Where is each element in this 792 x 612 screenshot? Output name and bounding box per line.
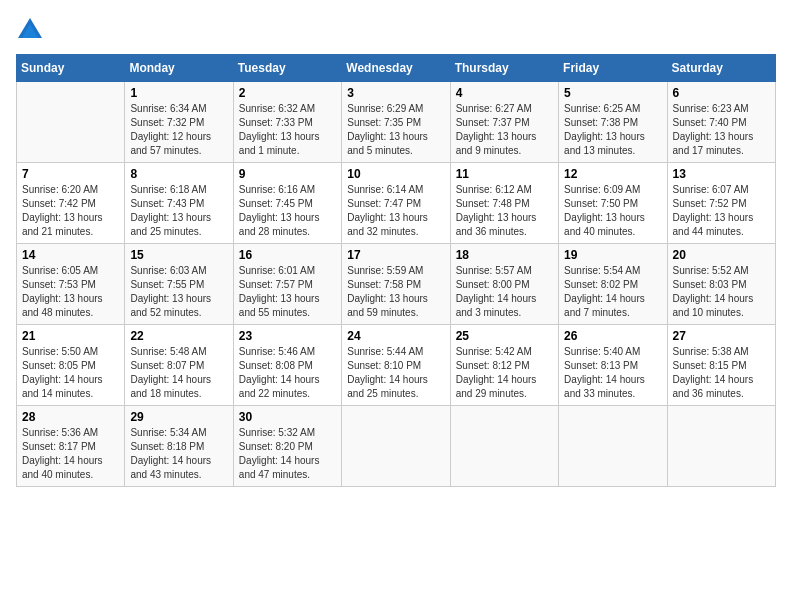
day-info: Sunrise: 5:52 AMSunset: 8:03 PMDaylight:…: [673, 264, 770, 320]
day-number: 8: [130, 167, 227, 181]
day-number: 14: [22, 248, 119, 262]
day-number: 15: [130, 248, 227, 262]
calendar-cell: 16Sunrise: 6:01 AMSunset: 7:57 PMDayligh…: [233, 244, 341, 325]
day-of-week-header: Tuesday: [233, 55, 341, 82]
day-number: 26: [564, 329, 661, 343]
day-number: 7: [22, 167, 119, 181]
day-number: 4: [456, 86, 553, 100]
day-number: 1: [130, 86, 227, 100]
calendar-cell: [450, 406, 558, 487]
day-info: Sunrise: 6:03 AMSunset: 7:55 PMDaylight:…: [130, 264, 227, 320]
day-number: 3: [347, 86, 444, 100]
day-of-week-header: Friday: [559, 55, 667, 82]
calendar-cell: 11Sunrise: 6:12 AMSunset: 7:48 PMDayligh…: [450, 163, 558, 244]
calendar-cell: 20Sunrise: 5:52 AMSunset: 8:03 PMDayligh…: [667, 244, 775, 325]
day-info: Sunrise: 5:59 AMSunset: 7:58 PMDaylight:…: [347, 264, 444, 320]
day-number: 23: [239, 329, 336, 343]
page-header: [16, 16, 776, 44]
day-info: Sunrise: 5:48 AMSunset: 8:07 PMDaylight:…: [130, 345, 227, 401]
calendar-cell: 10Sunrise: 6:14 AMSunset: 7:47 PMDayligh…: [342, 163, 450, 244]
calendar-cell: 14Sunrise: 6:05 AMSunset: 7:53 PMDayligh…: [17, 244, 125, 325]
calendar-cell: 29Sunrise: 5:34 AMSunset: 8:18 PMDayligh…: [125, 406, 233, 487]
calendar-cell: 27Sunrise: 5:38 AMSunset: 8:15 PMDayligh…: [667, 325, 775, 406]
calendar-cell: 19Sunrise: 5:54 AMSunset: 8:02 PMDayligh…: [559, 244, 667, 325]
day-info: Sunrise: 5:46 AMSunset: 8:08 PMDaylight:…: [239, 345, 336, 401]
day-info: Sunrise: 6:23 AMSunset: 7:40 PMDaylight:…: [673, 102, 770, 158]
day-info: Sunrise: 6:16 AMSunset: 7:45 PMDaylight:…: [239, 183, 336, 239]
calendar-cell: 4Sunrise: 6:27 AMSunset: 7:37 PMDaylight…: [450, 82, 558, 163]
day-of-week-header: Thursday: [450, 55, 558, 82]
day-number: 17: [347, 248, 444, 262]
day-number: 6: [673, 86, 770, 100]
calendar-cell: 9Sunrise: 6:16 AMSunset: 7:45 PMDaylight…: [233, 163, 341, 244]
day-info: Sunrise: 5:36 AMSunset: 8:17 PMDaylight:…: [22, 426, 119, 482]
day-number: 10: [347, 167, 444, 181]
calendar-cell: 26Sunrise: 5:40 AMSunset: 8:13 PMDayligh…: [559, 325, 667, 406]
day-number: 27: [673, 329, 770, 343]
day-of-week-header: Saturday: [667, 55, 775, 82]
day-of-week-header: Sunday: [17, 55, 125, 82]
day-info: Sunrise: 5:54 AMSunset: 8:02 PMDaylight:…: [564, 264, 661, 320]
day-number: 16: [239, 248, 336, 262]
calendar-cell: 2Sunrise: 6:32 AMSunset: 7:33 PMDaylight…: [233, 82, 341, 163]
day-info: Sunrise: 6:27 AMSunset: 7:37 PMDaylight:…: [456, 102, 553, 158]
logo-icon: [16, 16, 44, 44]
day-of-week-header: Wednesday: [342, 55, 450, 82]
day-info: Sunrise: 5:40 AMSunset: 8:13 PMDaylight:…: [564, 345, 661, 401]
calendar-week-row: 7Sunrise: 6:20 AMSunset: 7:42 PMDaylight…: [17, 163, 776, 244]
day-number: 13: [673, 167, 770, 181]
calendar-cell: 7Sunrise: 6:20 AMSunset: 7:42 PMDaylight…: [17, 163, 125, 244]
day-info: Sunrise: 6:34 AMSunset: 7:32 PMDaylight:…: [130, 102, 227, 158]
calendar-cell: [17, 82, 125, 163]
calendar-cell: 5Sunrise: 6:25 AMSunset: 7:38 PMDaylight…: [559, 82, 667, 163]
calendar-cell: 3Sunrise: 6:29 AMSunset: 7:35 PMDaylight…: [342, 82, 450, 163]
day-info: Sunrise: 6:01 AMSunset: 7:57 PMDaylight:…: [239, 264, 336, 320]
calendar-week-row: 1Sunrise: 6:34 AMSunset: 7:32 PMDaylight…: [17, 82, 776, 163]
calendar-cell: 24Sunrise: 5:44 AMSunset: 8:10 PMDayligh…: [342, 325, 450, 406]
day-of-week-header: Monday: [125, 55, 233, 82]
day-info: Sunrise: 6:09 AMSunset: 7:50 PMDaylight:…: [564, 183, 661, 239]
day-info: Sunrise: 5:42 AMSunset: 8:12 PMDaylight:…: [456, 345, 553, 401]
calendar-cell: 18Sunrise: 5:57 AMSunset: 8:00 PMDayligh…: [450, 244, 558, 325]
calendar-cell: 21Sunrise: 5:50 AMSunset: 8:05 PMDayligh…: [17, 325, 125, 406]
day-info: Sunrise: 6:20 AMSunset: 7:42 PMDaylight:…: [22, 183, 119, 239]
day-number: 21: [22, 329, 119, 343]
day-number: 9: [239, 167, 336, 181]
day-number: 20: [673, 248, 770, 262]
day-info: Sunrise: 6:12 AMSunset: 7:48 PMDaylight:…: [456, 183, 553, 239]
day-info: Sunrise: 5:34 AMSunset: 8:18 PMDaylight:…: [130, 426, 227, 482]
day-number: 24: [347, 329, 444, 343]
day-number: 29: [130, 410, 227, 424]
calendar-cell: [667, 406, 775, 487]
calendar-cell: 25Sunrise: 5:42 AMSunset: 8:12 PMDayligh…: [450, 325, 558, 406]
day-number: 19: [564, 248, 661, 262]
day-number: 22: [130, 329, 227, 343]
day-info: Sunrise: 6:14 AMSunset: 7:47 PMDaylight:…: [347, 183, 444, 239]
day-info: Sunrise: 5:32 AMSunset: 8:20 PMDaylight:…: [239, 426, 336, 482]
day-number: 18: [456, 248, 553, 262]
day-number: 30: [239, 410, 336, 424]
day-info: Sunrise: 5:38 AMSunset: 8:15 PMDaylight:…: [673, 345, 770, 401]
calendar-week-row: 14Sunrise: 6:05 AMSunset: 7:53 PMDayligh…: [17, 244, 776, 325]
day-number: 28: [22, 410, 119, 424]
day-number: 12: [564, 167, 661, 181]
day-info: Sunrise: 6:05 AMSunset: 7:53 PMDaylight:…: [22, 264, 119, 320]
calendar-week-row: 21Sunrise: 5:50 AMSunset: 8:05 PMDayligh…: [17, 325, 776, 406]
calendar-cell: 30Sunrise: 5:32 AMSunset: 8:20 PMDayligh…: [233, 406, 341, 487]
calendar-cell: 23Sunrise: 5:46 AMSunset: 8:08 PMDayligh…: [233, 325, 341, 406]
day-info: Sunrise: 6:29 AMSunset: 7:35 PMDaylight:…: [347, 102, 444, 158]
calendar-cell: [559, 406, 667, 487]
calendar-cell: 6Sunrise: 6:23 AMSunset: 7:40 PMDaylight…: [667, 82, 775, 163]
calendar-week-row: 28Sunrise: 5:36 AMSunset: 8:17 PMDayligh…: [17, 406, 776, 487]
day-number: 11: [456, 167, 553, 181]
calendar-cell: 8Sunrise: 6:18 AMSunset: 7:43 PMDaylight…: [125, 163, 233, 244]
day-number: 5: [564, 86, 661, 100]
day-info: Sunrise: 6:18 AMSunset: 7:43 PMDaylight:…: [130, 183, 227, 239]
calendar-cell: 12Sunrise: 6:09 AMSunset: 7:50 PMDayligh…: [559, 163, 667, 244]
day-info: Sunrise: 6:25 AMSunset: 7:38 PMDaylight:…: [564, 102, 661, 158]
day-info: Sunrise: 6:07 AMSunset: 7:52 PMDaylight:…: [673, 183, 770, 239]
day-info: Sunrise: 6:32 AMSunset: 7:33 PMDaylight:…: [239, 102, 336, 158]
calendar-cell: 22Sunrise: 5:48 AMSunset: 8:07 PMDayligh…: [125, 325, 233, 406]
calendar-cell: [342, 406, 450, 487]
calendar-table: SundayMondayTuesdayWednesdayThursdayFrid…: [16, 54, 776, 487]
